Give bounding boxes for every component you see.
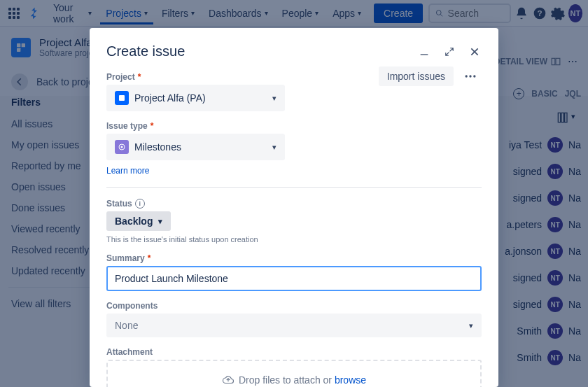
project-select[interactable]: Project Alfa (PA) ▾ [106, 85, 285, 111]
svg-point-17 [473, 75, 475, 77]
chevron-down-icon: ▾ [469, 321, 473, 330]
summary-input[interactable] [106, 266, 482, 291]
svg-point-16 [469, 75, 471, 77]
browse-link[interactable]: browse [335, 374, 366, 386]
divider [106, 187, 482, 188]
project-badge-icon [115, 91, 129, 105]
modal-title: Create issue [106, 43, 417, 59]
issuetype-value: Milestones [134, 141, 181, 153]
project-field-label: Project [106, 72, 135, 82]
expand-icon[interactable] [442, 45, 456, 59]
attachment-dropzone[interactable]: Drop files to attach or browse [106, 360, 482, 387]
components-value: None [115, 320, 138, 331]
svg-rect-18 [119, 95, 125, 101]
import-issues-button[interactable]: Import issues [379, 66, 454, 86]
components-select[interactable]: None ▾ [106, 314, 482, 337]
attachment-field-label: Attachment [106, 347, 153, 357]
svg-point-15 [465, 75, 468, 77]
close-icon[interactable] [468, 45, 482, 59]
info-icon[interactable]: i [135, 199, 145, 209]
milestone-badge-icon [115, 140, 129, 154]
dropzone-text: Drop files to attach or [239, 374, 335, 386]
learn-more-link[interactable]: Learn more [106, 166, 149, 176]
minimize-icon[interactable] [417, 45, 431, 59]
chevron-down-icon: ▾ [272, 143, 276, 152]
chevron-down-icon: ▾ [272, 94, 276, 103]
status-select[interactable]: Backlog ▾ [106, 211, 171, 231]
create-issue-modal: Create issue Import issues Project* Proj… [90, 28, 498, 387]
upload-icon [222, 374, 234, 386]
components-field-label: Components [106, 301, 158, 311]
status-value: Backlog [115, 216, 153, 227]
status-helper: This is the issue's initial status upon … [106, 235, 482, 244]
more-options-icon[interactable] [459, 65, 482, 87]
project-value: Project Alfa (PA) [134, 92, 206, 104]
summary-field-label: Summary [106, 253, 145, 263]
status-field-label: Status [106, 199, 132, 209]
svg-point-20 [121, 146, 123, 148]
issuetype-field-label: Issue type [106, 121, 148, 131]
issuetype-select[interactable]: Milestones ▾ [106, 134, 285, 160]
chevron-down-icon: ▾ [158, 217, 162, 226]
